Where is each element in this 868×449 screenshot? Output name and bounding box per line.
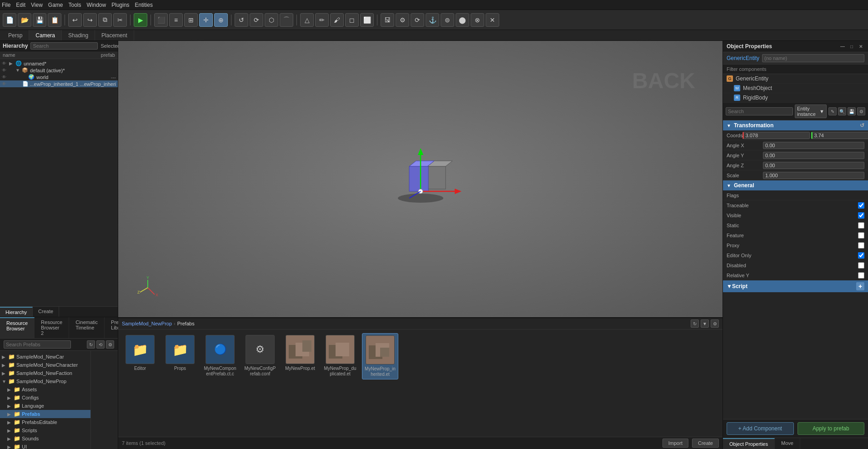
obj-props-close[interactable]: ✕ bbox=[857, 43, 864, 50]
hier-item-world[interactable]: 👁 🌍 world --- bbox=[0, 74, 118, 80]
move-tool-button[interactable]: ✛ bbox=[199, 13, 213, 27]
rb-refresh-icon[interactable]: ↻ bbox=[87, 340, 95, 349]
rb-settings-btn[interactable]: ⚙ bbox=[711, 319, 719, 328]
scale-input[interactable] bbox=[763, 172, 864, 179]
coord-y-input[interactable] bbox=[811, 132, 868, 139]
rb-file-myprop[interactable]: MyNewProp.et bbox=[282, 333, 318, 379]
apply-prefab-button[interactable]: Apply to prefab bbox=[798, 422, 865, 435]
rb-tree-sounds[interactable]: ▶ 📁 Sounds bbox=[0, 434, 90, 443]
vtab-placement[interactable]: Placement bbox=[95, 30, 134, 40]
close-button-toolbar[interactable]: ✕ bbox=[486, 13, 499, 27]
btab-cinematic[interactable]: Cinematic Timeline bbox=[69, 317, 105, 338]
breadcrumb-modprop[interactable]: SampleMod_NewProp bbox=[122, 321, 172, 326]
rb-sync-icon[interactable]: ⟲ bbox=[96, 340, 105, 349]
menu-file[interactable]: File bbox=[2, 2, 10, 8]
play-button[interactable]: ▶ bbox=[134, 13, 147, 27]
btab-resource-browser-2[interactable]: Resource Browser 2 bbox=[35, 317, 69, 338]
cut-button[interactable]: ✂ bbox=[113, 13, 127, 27]
flag-editor-only-checkbox[interactable] bbox=[858, 252, 864, 259]
vtab-shading[interactable]: Shading bbox=[62, 30, 95, 40]
transformation-reset-icon[interactable]: ↺ bbox=[860, 122, 864, 129]
terrain-button[interactable]: △ bbox=[300, 13, 314, 27]
save-button[interactable]: 💾 bbox=[33, 13, 46, 27]
eye-icon-world[interactable]: 👁 bbox=[2, 75, 8, 80]
angle-z-input[interactable] bbox=[763, 162, 864, 169]
script-add-button[interactable]: + bbox=[856, 282, 864, 290]
menu-tools[interactable]: Tools bbox=[69, 2, 81, 8]
paint-button[interactable]: 🖌 bbox=[330, 13, 344, 27]
plugins-button[interactable]: ⊗ bbox=[471, 13, 484, 27]
flag-visible-checkbox[interactable] bbox=[858, 212, 864, 219]
hier-item-unnamed[interactable]: 👁 ▶ 🌐 unnamed* bbox=[0, 60, 118, 67]
box-button[interactable]: ⬛ bbox=[154, 13, 168, 27]
general-section-header[interactable]: ▼ General bbox=[723, 180, 868, 190]
rb-tree-assets[interactable]: ▶ 📁 Assets bbox=[0, 385, 90, 394]
rb-tree-scripts[interactable]: ▶ 📁 Scripts bbox=[0, 426, 90, 434]
rb-tree-prefabseditable[interactable]: ▶ 📁 PrefabsEditable bbox=[0, 418, 90, 426]
flag-disabled-checkbox[interactable] bbox=[858, 262, 864, 269]
rb-tree-ui[interactable]: ▶ 📁 UI bbox=[0, 443, 90, 449]
brush-button[interactable]: ✏ bbox=[315, 13, 329, 27]
layout-button[interactable]: ⊞ bbox=[184, 13, 198, 27]
redo-button[interactable]: ↪ bbox=[83, 13, 97, 27]
reset-button[interactable]: ↺ bbox=[235, 13, 248, 27]
eye-icon-prop[interactable]: 👁 bbox=[2, 81, 7, 86]
rb-tree-newcharacter[interactable]: ▶ 📁 SampleMod_NewCharacter bbox=[0, 361, 90, 369]
flag-static-checkbox[interactable] bbox=[858, 222, 864, 229]
props-save-icon[interactable]: 💾 bbox=[848, 107, 856, 115]
hier-tab-create[interactable]: Create bbox=[33, 307, 59, 317]
rb-file-props[interactable]: 📁 Props bbox=[162, 333, 198, 379]
hier-tab-hierarchy[interactable]: Hierarchy bbox=[0, 307, 33, 317]
transform-tool-button[interactable]: ⊕ bbox=[214, 13, 228, 27]
hierarchy-search-input[interactable] bbox=[30, 42, 98, 50]
menu-entities[interactable]: Entities bbox=[135, 2, 153, 8]
entity-instance-dropdown[interactable]: Entity instance ▼ bbox=[795, 105, 827, 118]
eye-icon-unnamed[interactable]: 👁 bbox=[2, 61, 8, 66]
undo-button[interactable]: ↩ bbox=[68, 13, 82, 27]
rb-refresh-btn[interactable]: ↻ bbox=[691, 319, 699, 328]
add-component-button[interactable]: + Add Component bbox=[727, 422, 794, 435]
obj-props-maximize[interactable]: □ bbox=[848, 43, 855, 50]
vtab-camera[interactable]: Camera bbox=[29, 30, 62, 40]
props-btab-object[interactable]: Object Properties bbox=[723, 438, 775, 449]
rb-tree-prefabs[interactable]: ▶ 📁 Prefabs bbox=[0, 410, 90, 418]
flag-relative-y-checkbox[interactable] bbox=[858, 272, 864, 279]
rb-file-myprop-dup[interactable]: MyNewProp_duplicated.et bbox=[322, 333, 358, 379]
rb-tree-newcar[interactable]: ▶ 📁 SampleMod_NewCar bbox=[0, 353, 90, 361]
rb-file-comp-prefab[interactable]: 🔵 MyNewComponentPrefab.ct.c bbox=[202, 333, 238, 379]
rb-file-myprop-inherited[interactable]: MyNewProp_inherited.et bbox=[362, 333, 398, 379]
resource-browser-search-input[interactable] bbox=[4, 340, 71, 349]
props-search-input[interactable] bbox=[726, 107, 793, 115]
btab-resource-browser[interactable]: Resource Browser bbox=[0, 317, 35, 338]
eraser-button[interactable]: ◻ bbox=[345, 13, 359, 27]
menu-window[interactable]: Window bbox=[87, 2, 106, 8]
menu-game[interactable]: Game bbox=[48, 2, 63, 8]
rb-tree-language[interactable]: ▶ 📁 Language bbox=[0, 402, 90, 410]
reload-button[interactable]: ⟳ bbox=[411, 13, 424, 27]
gear-button[interactable]: ⚙ bbox=[396, 13, 409, 27]
network-button[interactable]: ⊚ bbox=[441, 13, 454, 27]
menu-view[interactable]: View bbox=[31, 2, 43, 8]
layers-button[interactable]: ≡ bbox=[169, 13, 183, 27]
angle-y-input[interactable] bbox=[763, 152, 864, 159]
rb-create-button[interactable]: Create bbox=[692, 439, 719, 448]
obj-props-minimize[interactable]: — bbox=[839, 43, 846, 50]
menu-plugins[interactable]: Plugins bbox=[111, 2, 129, 8]
script-section-header[interactable]: ▼ Script + bbox=[723, 280, 868, 292]
component-rigid-body[interactable]: R RigidBody bbox=[723, 93, 868, 103]
hier-item-default[interactable]: 👁 ▼ 📦 default (active)* bbox=[0, 67, 118, 74]
new-button[interactable]: 📄 bbox=[3, 13, 16, 27]
props-search-icon[interactable]: 🔍 bbox=[838, 107, 846, 115]
rb-tree-configs[interactable]: ▶ 📁 Configs bbox=[0, 394, 90, 402]
rb-file-editor[interactable]: 📁 Editor bbox=[122, 333, 158, 379]
transformation-section-header[interactable]: ▼ Transformation ↺ bbox=[723, 120, 868, 130]
component-generic-entity[interactable]: G GenericEntity bbox=[723, 74, 868, 84]
flag-traceable-checkbox[interactable] bbox=[858, 202, 864, 209]
rb-filter-btn[interactable]: ▼ bbox=[701, 319, 709, 328]
entity-name-input[interactable] bbox=[762, 54, 864, 62]
arc-button[interactable]: ⌒ bbox=[280, 13, 293, 27]
angle-x-input[interactable] bbox=[763, 142, 864, 149]
lasso-button[interactable]: ⬡ bbox=[265, 13, 278, 27]
component-mesh-object[interactable]: M MeshObject bbox=[723, 84, 868, 93]
rect-select-button[interactable]: ⬜ bbox=[360, 13, 374, 27]
